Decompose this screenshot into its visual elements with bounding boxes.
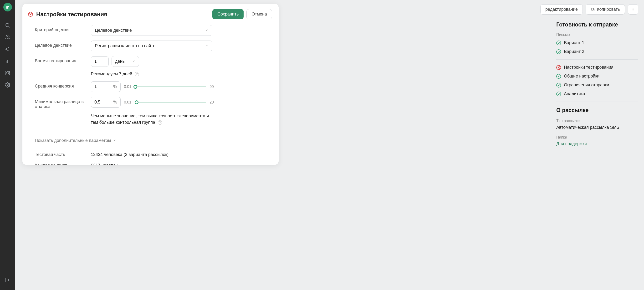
- testing-settings-modal: Настройки тестирования Сохранить Отмена …: [22, 4, 278, 165]
- each-group-value: 6217 человек: [91, 163, 118, 165]
- readiness-item-general-settings[interactable]: Общие настройки: [556, 74, 638, 79]
- copy-icon: [590, 8, 595, 12]
- about-title: О рассылке: [556, 107, 638, 114]
- slider-thumb[interactable]: [135, 100, 138, 104]
- recommend-note: Рекомендуем 7 дней ?: [91, 72, 215, 77]
- min-diff-label: Минимальная разница в отклике: [35, 97, 91, 109]
- edit-label: редактирование: [545, 7, 578, 12]
- readiness-item-variant1[interactable]: Вариант 1: [556, 40, 638, 45]
- svg-rect-11: [591, 8, 594, 10]
- readiness-item-testing-settings[interactable]: Настройки тестирования: [556, 65, 638, 70]
- min-diff-slider[interactable]: [135, 102, 206, 103]
- min-diff-min: 0.01: [124, 100, 131, 104]
- min-diff-max: 20: [210, 100, 214, 104]
- readiness-panel: Готовность к отправке Письмо Вариант 1 В…: [556, 22, 638, 152]
- check-ok-icon: [556, 41, 561, 45]
- help-icon[interactable]: ?: [135, 72, 139, 76]
- svg-point-3: [8, 36, 9, 37]
- target-action-value: Регистрация клиента на сайте: [95, 43, 156, 48]
- check-ok-icon: [556, 74, 561, 79]
- show-advanced-toggle[interactable]: Показать дополнительные параметры: [35, 138, 116, 143]
- save-button[interactable]: Сохранить: [212, 9, 244, 19]
- about-folder-link[interactable]: Для поддержки: [556, 141, 638, 146]
- chevron-down-icon: [205, 28, 208, 33]
- chevron-down-icon: [132, 59, 136, 64]
- readiness-title: Готовность к отправке: [556, 22, 638, 28]
- copy-label: Копировать: [597, 7, 620, 12]
- chevron-down-icon: [113, 138, 116, 143]
- criterion-value: Целевое действие: [95, 28, 132, 33]
- test-part-value: 12434 человека (2 варианта рассылок): [91, 152, 168, 157]
- settings-icon[interactable]: [2, 80, 13, 90]
- precision-note: Чем меньше значение, тем выше точность э…: [91, 113, 215, 126]
- about-folder-label: Папка: [556, 135, 638, 140]
- svg-point-12: [633, 8, 634, 9]
- chevron-down-icon: [205, 43, 208, 48]
- svg-rect-10: [592, 9, 594, 11]
- campaigns-icon[interactable]: [2, 44, 13, 54]
- avg-conv-max: 99: [210, 85, 214, 89]
- side-navigation: m: [0, 0, 15, 290]
- modal-header: Настройки тестирования Сохранить Отмена: [22, 4, 278, 24]
- more-vertical-icon: [631, 8, 635, 12]
- page-toolbar: редактирование Копировать: [540, 4, 638, 15]
- svg-point-13: [633, 9, 634, 10]
- audience-icon[interactable]: [2, 32, 13, 43]
- test-time-unit: день: [115, 59, 125, 64]
- svg-point-0: [6, 23, 9, 27]
- target-action-select[interactable]: Регистрация клиента на сайте: [91, 41, 212, 51]
- cancel-button[interactable]: Отмена: [246, 9, 272, 19]
- app-logo: m: [3, 3, 12, 12]
- analytics-icon[interactable]: [2, 56, 13, 66]
- search-icon[interactable]: [2, 20, 13, 31]
- integrations-icon[interactable]: [2, 68, 13, 78]
- divider: [556, 102, 638, 102]
- divider: [556, 59, 638, 60]
- check-error-icon: [556, 65, 561, 70]
- avg-conversion-input[interactable]: 1 %: [91, 81, 120, 92]
- target-action-label: Целевое действие: [35, 41, 91, 48]
- readiness-item-send-limits[interactable]: Ограничения отправки: [556, 83, 638, 88]
- more-actions-button[interactable]: [628, 4, 638, 15]
- modal-title: Настройки тестирования: [36, 11, 107, 18]
- edit-button[interactable]: редактирование: [540, 4, 583, 15]
- criterion-select[interactable]: Целевое действие: [91, 25, 212, 36]
- check-ok-icon: [556, 83, 561, 88]
- test-time-unit-select[interactable]: день: [112, 56, 139, 67]
- copy-button[interactable]: Копировать: [586, 4, 625, 15]
- slider-thumb[interactable]: [134, 85, 137, 89]
- collapse-icon[interactable]: [2, 275, 13, 285]
- test-time-input[interactable]: [91, 56, 109, 67]
- help-icon[interactable]: ?: [158, 120, 162, 125]
- criterion-label: Критерий оценки: [35, 25, 91, 33]
- letter-section-label: Письмо: [556, 33, 638, 37]
- status-error-icon: [28, 12, 33, 17]
- about-type-value: Автоматическая рассылка SMS: [556, 125, 638, 130]
- avg-conversion-slider[interactable]: [135, 86, 206, 87]
- svg-point-14: [633, 10, 634, 11]
- avg-conversion-label: Средняя конверсия: [35, 81, 91, 89]
- test-time-label: Время тестирования: [35, 56, 91, 64]
- readiness-item-analytics[interactable]: Аналитика: [556, 91, 638, 96]
- svg-point-2: [6, 36, 8, 37]
- min-diff-input[interactable]: 0.5 %: [91, 97, 120, 108]
- test-part-label: Тестовая часть: [35, 152, 91, 157]
- readiness-item-variant2[interactable]: Вариант 2: [556, 49, 638, 54]
- avg-conv-min: 0.01: [124, 85, 131, 89]
- check-ok-icon: [556, 92, 561, 96]
- check-ok-icon: [556, 49, 561, 54]
- svg-point-7: [7, 84, 8, 86]
- each-group-label: Каждая из групп: [35, 163, 91, 165]
- about-type-label: Тип рассылки: [556, 119, 638, 123]
- svg-line-1: [9, 27, 10, 28]
